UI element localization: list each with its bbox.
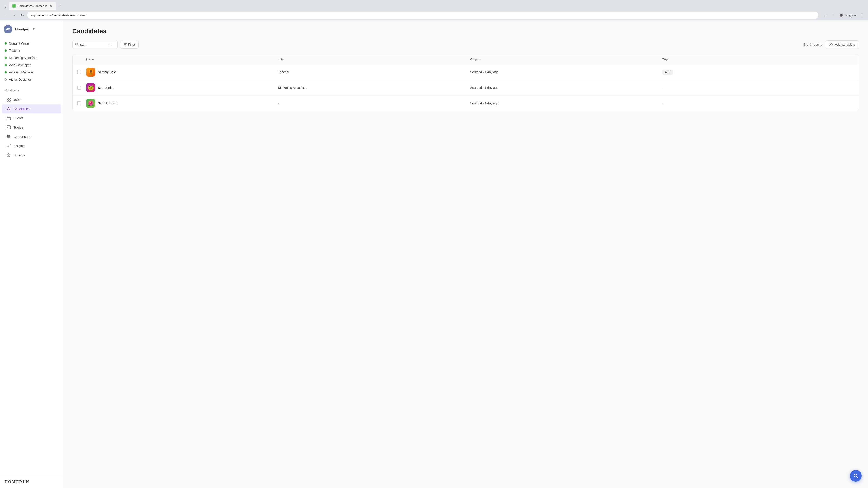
incognito-btn[interactable]: I Incognito bbox=[837, 12, 858, 18]
sidebar-item-content-writer[interactable]: Content Writer bbox=[0, 40, 63, 47]
forward-btn[interactable]: → bbox=[11, 12, 17, 18]
checkbox-col-header bbox=[77, 58, 86, 61]
checkbox-sam-smith[interactable] bbox=[77, 86, 81, 90]
incognito-label: Incognito bbox=[844, 13, 856, 17]
filter-btn[interactable]: Filter bbox=[120, 41, 138, 48]
browser-chrome: ▼ Candidates · Homerun ✕ + ← → ↻ ☆ □ I I… bbox=[0, 0, 868, 20]
sidebar-item-teacher[interactable]: Teacher bbox=[0, 47, 63, 54]
job-label: Web Developer bbox=[9, 63, 31, 67]
job-text-sam-johnson: - bbox=[278, 101, 470, 105]
svg-point-7 bbox=[8, 107, 9, 109]
insights-icon bbox=[6, 144, 11, 148]
search-fab[interactable] bbox=[850, 470, 862, 482]
address-bar: ← → ↻ ☆ □ I Incognito ⋮ bbox=[0, 10, 868, 20]
origin-col-header[interactable]: Origin ▼ bbox=[470, 58, 662, 61]
name-col-header: Name bbox=[86, 58, 278, 61]
bookmark-btn[interactable]: ☆ bbox=[822, 12, 829, 18]
company-dropdown-arrow[interactable]: ▼ bbox=[33, 28, 35, 31]
candidates-icon bbox=[6, 107, 11, 111]
split-screen-btn[interactable]: □ bbox=[830, 12, 836, 18]
tab-switcher-btn[interactable]: ▼ bbox=[2, 4, 8, 10]
sidebar-item-web-developer[interactable]: Web Developer bbox=[0, 61, 63, 69]
svg-rect-4 bbox=[9, 98, 10, 99]
add-candidate-btn[interactable]: Add candidate bbox=[826, 40, 859, 49]
sidebar-item-events[interactable]: Events bbox=[2, 113, 61, 123]
candidates-nav-label: Candidates bbox=[13, 107, 30, 111]
sidebar-item-candidates[interactable]: Candidates bbox=[2, 104, 61, 113]
page-header: Candidates bbox=[72, 28, 859, 35]
sidebar-item-insights[interactable]: Insights bbox=[2, 141, 61, 151]
sidebar-header: MM Moodjoy ▼ bbox=[0, 20, 63, 38]
row-checkbox-sammy[interactable] bbox=[77, 70, 86, 74]
events-icon bbox=[6, 116, 11, 121]
job-status-dot bbox=[4, 57, 7, 59]
jobs-nav-label: Jobs bbox=[13, 98, 20, 101]
filter-icon bbox=[124, 43, 127, 46]
job-status-dot bbox=[4, 71, 7, 73]
svg-rect-9 bbox=[7, 126, 10, 129]
company-avatar: MM bbox=[4, 25, 12, 33]
job-label: Account Manager bbox=[9, 70, 34, 74]
svg-rect-8 bbox=[7, 117, 10, 120]
svg-rect-0 bbox=[13, 4, 16, 7]
career-page-icon bbox=[6, 134, 11, 139]
insights-nav-label: Insights bbox=[13, 144, 24, 148]
reload-btn[interactable]: ↻ bbox=[19, 12, 25, 18]
table-row[interactable]: 🐸 Sam Smith Marketing Associate Sourced … bbox=[72, 80, 859, 96]
row-checkbox-sam-johnson[interactable] bbox=[77, 101, 86, 105]
job-status-dot bbox=[4, 78, 7, 80]
add-candidate-label: Add candidate bbox=[835, 43, 855, 46]
tags-cell-sam-smith: - bbox=[662, 86, 855, 90]
app-container: MM Moodjoy ▼ Content Writer Teacher Mark… bbox=[0, 20, 868, 488]
search-box: ✕ bbox=[72, 40, 118, 49]
avatar-sam-smith: 🐸 bbox=[86, 83, 95, 92]
new-tab-btn[interactable]: + bbox=[57, 2, 64, 10]
company-name: Moodjoy bbox=[15, 27, 29, 31]
origin-sort-icon: ▼ bbox=[479, 58, 481, 61]
back-btn[interactable]: ← bbox=[3, 12, 9, 18]
avatar-sam-johnson: 🌺 bbox=[86, 99, 95, 108]
search-clear-btn[interactable]: ✕ bbox=[109, 42, 113, 47]
sidebar-item-todos[interactable]: To-dos bbox=[2, 123, 61, 132]
table-row[interactable]: 🌻 Sammy Dale Teacher Sourced · 1 day ago… bbox=[72, 64, 859, 80]
menu-btn[interactable]: ⋮ bbox=[859, 12, 865, 18]
search-input[interactable] bbox=[80, 43, 107, 46]
jobs-icon bbox=[6, 97, 11, 102]
job-text-sam-smith: Marketing Associate bbox=[278, 86, 470, 90]
tab-title: Candidates · Homerun bbox=[18, 4, 47, 8]
sidebar-scrollable: Content Writer Teacher Marketing Associa… bbox=[0, 38, 63, 476]
sidebar-item-marketing-associate[interactable]: Marketing Associate bbox=[0, 54, 63, 61]
candidate-name-sam-smith: Sam Smith bbox=[98, 86, 113, 90]
checkbox-sammy[interactable] bbox=[77, 70, 81, 74]
section-dropdown-arrow[interactable]: ▼ bbox=[17, 89, 20, 92]
job-label: Marketing Associate bbox=[9, 56, 37, 60]
candidates-table: Name Job Origin ▼ Tags 🌻 bbox=[72, 54, 859, 111]
svg-point-12 bbox=[76, 43, 78, 45]
row-checkbox-sam-smith[interactable] bbox=[77, 86, 86, 90]
table-row[interactable]: 🌺 Sam Johnson - Sourced · 1 day ago - bbox=[72, 96, 859, 111]
tags-cell-sam-johnson: - bbox=[662, 101, 855, 105]
nav-section: Jobs Candidates Events bbox=[0, 93, 63, 162]
career-page-nav-label: Career page bbox=[13, 135, 31, 138]
sidebar-item-account-manager[interactable]: Account Manager bbox=[0, 69, 63, 76]
main-content: Candidates ✕ Filter 3 o bbox=[63, 20, 868, 488]
url-input[interactable] bbox=[27, 11, 818, 19]
origin-text-sammy: Sourced · 1 day ago bbox=[470, 70, 662, 74]
homerun-logo: HOMERUN bbox=[4, 480, 59, 484]
sidebar-item-settings[interactable]: Settings bbox=[2, 151, 61, 160]
checkbox-sam-johnson[interactable] bbox=[77, 101, 81, 105]
avatar-sammy: 🌻 bbox=[86, 68, 95, 76]
svg-rect-6 bbox=[9, 100, 10, 101]
add-tag-btn-sammy[interactable]: Add bbox=[662, 70, 673, 75]
tab-close-btn[interactable]: ✕ bbox=[49, 4, 53, 8]
job-label: Teacher bbox=[9, 49, 20, 53]
filter-label: Filter bbox=[128, 43, 135, 46]
tags-cell-sammy: Add bbox=[662, 70, 855, 75]
job-status-dot bbox=[4, 64, 7, 66]
job-col-header: Job bbox=[278, 58, 470, 61]
active-tab[interactable]: Candidates · Homerun ✕ bbox=[9, 2, 56, 10]
job-text-sammy: Teacher bbox=[278, 70, 470, 74]
sidebar-item-career-page[interactable]: Career page bbox=[2, 132, 61, 141]
sidebar-item-jobs[interactable]: Jobs bbox=[2, 95, 61, 104]
sidebar-item-visual-designer[interactable]: Visual Designer bbox=[0, 76, 63, 83]
